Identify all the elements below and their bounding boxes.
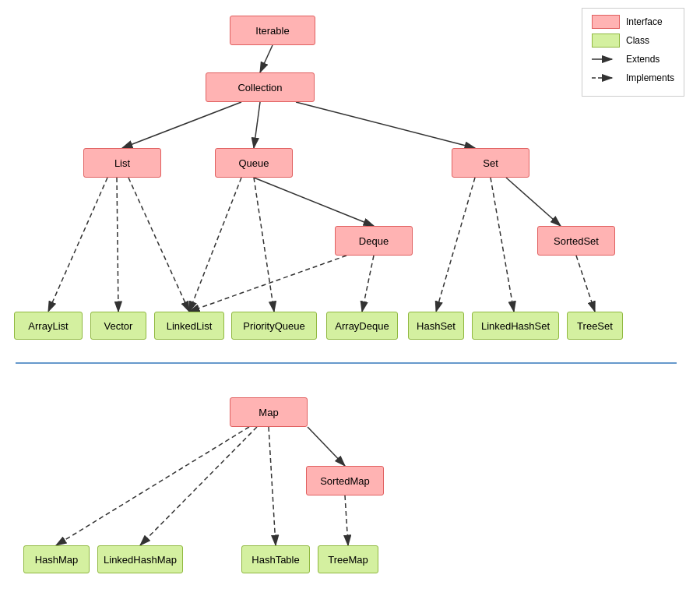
svg-line-13 (362, 256, 374, 312)
svg-line-3 (122, 102, 241, 148)
legend: Interface Class Extends Implements (582, 8, 684, 97)
svg-line-18 (56, 427, 249, 545)
node-queue: Queue (215, 148, 293, 178)
node-sortedmap: SortedMap (306, 466, 384, 495)
legend-interface-box (592, 15, 620, 29)
svg-line-9 (117, 178, 118, 312)
svg-line-17 (576, 256, 595, 312)
legend-interface: Interface (592, 15, 674, 29)
svg-line-10 (128, 178, 189, 312)
legend-implements-arrow (592, 71, 620, 85)
legend-interface-label: Interface (626, 16, 663, 27)
node-linkedhashset: LinkedHashSet (472, 312, 559, 340)
node-vector: Vector (90, 312, 146, 340)
svg-line-15 (436, 178, 475, 312)
legend-class-box (592, 34, 620, 48)
node-list: List (83, 148, 161, 178)
diagram: Interface Class Extends Implements Itera… (0, 0, 700, 603)
node-hashmap: HashMap (23, 545, 90, 573)
node-linkedhashmap: LinkedHashMap (97, 545, 183, 573)
svg-line-5 (296, 102, 475, 148)
node-map: Map (230, 397, 308, 427)
section-divider (16, 362, 677, 364)
node-arraylist: ArrayList (14, 312, 83, 340)
svg-line-7 (506, 178, 561, 226)
svg-line-4 (254, 102, 260, 148)
legend-implements-label: Implements (626, 72, 674, 83)
svg-line-11 (254, 178, 274, 312)
node-hashset: HashSet (408, 312, 464, 340)
node-iterable: Iterable (230, 16, 315, 45)
legend-class-label: Class (626, 35, 649, 46)
node-collection: Collection (206, 72, 315, 102)
node-treeset: TreeSet (567, 312, 623, 340)
node-hashtable: HashTable (241, 545, 310, 573)
legend-implements: Implements (592, 71, 674, 85)
svg-line-19 (140, 427, 257, 545)
svg-line-2 (260, 45, 273, 72)
legend-extends: Extends (592, 52, 674, 66)
node-treemap: TreeMap (318, 545, 378, 573)
svg-line-21 (308, 427, 345, 466)
svg-line-22 (345, 495, 348, 545)
node-sortedset: SortedSet (537, 226, 615, 256)
svg-line-8 (48, 178, 107, 312)
svg-line-16 (491, 178, 514, 312)
node-linkedlist: LinkedList (154, 312, 224, 340)
node-priorityqueue: PriorityQueue (231, 312, 317, 340)
legend-class: Class (592, 34, 674, 48)
svg-line-20 (269, 427, 276, 545)
node-set: Set (452, 148, 529, 178)
svg-line-12 (189, 178, 241, 312)
svg-line-14 (189, 256, 346, 312)
svg-line-6 (254, 178, 374, 226)
node-arraydeque: ArrayDeque (326, 312, 398, 340)
node-deque: Deque (335, 226, 413, 256)
legend-extends-label: Extends (626, 54, 660, 65)
legend-extends-arrow (592, 52, 620, 66)
